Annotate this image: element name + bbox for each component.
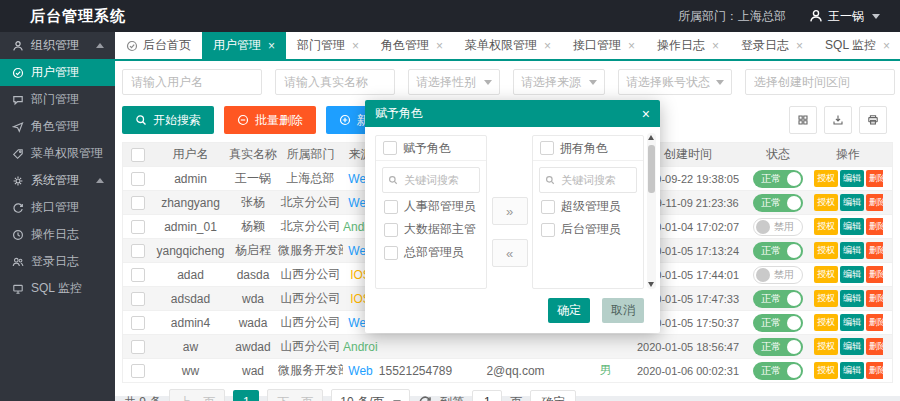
cancel-button[interactable]: 取消 [602, 298, 644, 323]
row-checkbox[interactable] [131, 268, 145, 282]
role-checkbox[interactable] [541, 200, 555, 214]
batch-delete-button[interactable]: 批量删除 [224, 106, 316, 134]
close-icon[interactable]: × [268, 39, 275, 53]
select-all-checkbox[interactable] [131, 148, 145, 162]
role-checkbox[interactable] [384, 246, 398, 260]
confirm-button[interactable]: 确定 [548, 298, 590, 323]
status-toggle[interactable]: 正常 [753, 362, 803, 380]
page-size-select[interactable]: 10 条/页 [331, 389, 410, 401]
role-checkbox[interactable] [384, 200, 398, 214]
status-toggle[interactable]: 正常 [753, 338, 803, 356]
modal-scrollbar[interactable] [647, 133, 656, 289]
authorize-button[interactable]: 授权 [814, 290, 838, 307]
edit-button[interactable]: 编辑 [840, 314, 864, 331]
close-icon[interactable]: × [712, 39, 719, 53]
sidebar-item-menu-perm-mgmt[interactable]: 菜单权限管理 [0, 140, 115, 167]
status-toggle[interactable]: 禁用 [753, 218, 803, 236]
status-toggle[interactable]: 正常 [753, 242, 803, 260]
sidebar-item-sql-monitor[interactable]: SQL 监控 [0, 275, 115, 302]
created-range-input[interactable] [745, 69, 895, 95]
authorize-button[interactable]: 授权 [814, 338, 838, 355]
current-page[interactable]: 1 [233, 390, 259, 401]
edit-button[interactable]: 编辑 [840, 290, 864, 307]
realname-input[interactable] [275, 69, 395, 95]
edit-button[interactable]: 编辑 [840, 170, 864, 187]
account-status-select[interactable]: 请选择账号状态 [618, 69, 732, 95]
row-checkbox[interactable] [131, 172, 145, 186]
sidebar-item-api-mgmt[interactable]: 接口管理 [0, 194, 115, 221]
status-toggle[interactable]: 禁用 [753, 266, 803, 284]
refresh-button[interactable] [418, 395, 432, 401]
delete-button[interactable]: 删除 [866, 362, 883, 379]
scroll-down-icon[interactable] [648, 282, 654, 287]
tab-user-mgmt[interactable]: 用户管理× [202, 32, 286, 59]
panel-checkbox[interactable] [383, 141, 397, 155]
close-icon[interactable]: × [642, 107, 650, 121]
status-toggle[interactable]: 正常 [753, 170, 803, 188]
sidebar-item-role-mgmt[interactable]: 角色管理 [0, 113, 115, 140]
user-menu[interactable]: 王一锅 [809, 8, 880, 25]
columns-filter-button[interactable] [789, 106, 817, 134]
search-button[interactable]: 开始搜索 [122, 106, 214, 134]
sidebar-item-dept-mgmt[interactable]: 部门管理 [0, 86, 115, 113]
tab-api-mgmt[interactable]: 接口管理× [562, 32, 646, 59]
role-item[interactable]: 超级管理员 [533, 195, 643, 218]
goto-page-input[interactable] [472, 390, 502, 401]
edit-button[interactable]: 编辑 [840, 362, 864, 379]
scrollbar-thumb[interactable] [648, 145, 655, 193]
sidebar-item-login-log[interactable]: 登录日志 [0, 248, 115, 275]
owned-search-input[interactable] [559, 173, 631, 187]
next-page-button[interactable]: 下一页 [267, 389, 323, 401]
authorize-button[interactable]: 授权 [814, 314, 838, 331]
tab-login-log[interactable]: 登录日志× [730, 32, 814, 59]
tab-role-mgmt[interactable]: 角色管理× [370, 32, 454, 59]
close-icon[interactable]: × [436, 39, 443, 53]
sidebar-group-org[interactable]: 组织管理 [0, 32, 115, 59]
close-icon[interactable]: × [796, 39, 803, 53]
edit-button[interactable]: 编辑 [840, 218, 864, 235]
delete-button[interactable]: 删除 [866, 170, 883, 187]
source-select[interactable]: 请选择来源 [513, 69, 605, 95]
row-checkbox[interactable] [131, 340, 145, 354]
assign-search-input[interactable] [402, 173, 474, 187]
authorize-button[interactable]: 授权 [814, 362, 838, 379]
edit-button[interactable]: 编辑 [840, 338, 864, 355]
status-toggle[interactable]: 正常 [753, 290, 803, 308]
prev-page-button[interactable]: 上一页 [169, 389, 225, 401]
delete-button[interactable]: 删除 [866, 242, 883, 259]
status-toggle[interactable]: 正常 [753, 314, 803, 332]
status-toggle[interactable]: 正常 [753, 194, 803, 212]
row-checkbox[interactable] [131, 316, 145, 330]
delete-button[interactable]: 删除 [866, 290, 883, 307]
username-input[interactable] [122, 69, 262, 95]
authorize-button[interactable]: 授权 [814, 266, 838, 283]
role-item[interactable]: 人事部管理员 [376, 195, 486, 218]
delete-button[interactable]: 删除 [866, 314, 883, 331]
gender-select[interactable]: 请选择性别 [408, 69, 500, 95]
close-icon[interactable]: × [883, 39, 890, 53]
move-left-button[interactable]: « [492, 239, 528, 267]
delete-button[interactable]: 删除 [866, 338, 883, 355]
close-icon[interactable]: × [628, 39, 635, 53]
export-button[interactable] [824, 106, 852, 134]
close-icon[interactable]: × [352, 39, 359, 53]
delete-button[interactable]: 删除 [866, 218, 883, 235]
authorize-button[interactable]: 授权 [814, 218, 838, 235]
row-checkbox[interactable] [131, 364, 145, 378]
tab-menu-perm-mgmt[interactable]: 菜单权限管理× [454, 32, 562, 59]
row-checkbox[interactable] [131, 244, 145, 258]
row-checkbox[interactable] [131, 292, 145, 306]
goto-confirm-button[interactable]: 确定 [530, 390, 576, 401]
tab-home[interactable]: 后台首页 [115, 32, 202, 59]
tab-op-log[interactable]: 操作日志× [646, 32, 730, 59]
move-right-button[interactable]: » [492, 197, 528, 225]
panel-checkbox[interactable] [540, 141, 554, 155]
role-item[interactable]: 总部管理员 [376, 241, 486, 264]
delete-button[interactable]: 删除 [866, 194, 883, 211]
print-button[interactable] [859, 106, 887, 134]
delete-button[interactable]: 删除 [866, 266, 883, 283]
role-item[interactable]: 后台管理员 [533, 218, 643, 241]
role-item[interactable]: 大数据部主管 [376, 218, 486, 241]
row-checkbox[interactable] [131, 220, 145, 234]
role-checkbox[interactable] [384, 223, 398, 237]
